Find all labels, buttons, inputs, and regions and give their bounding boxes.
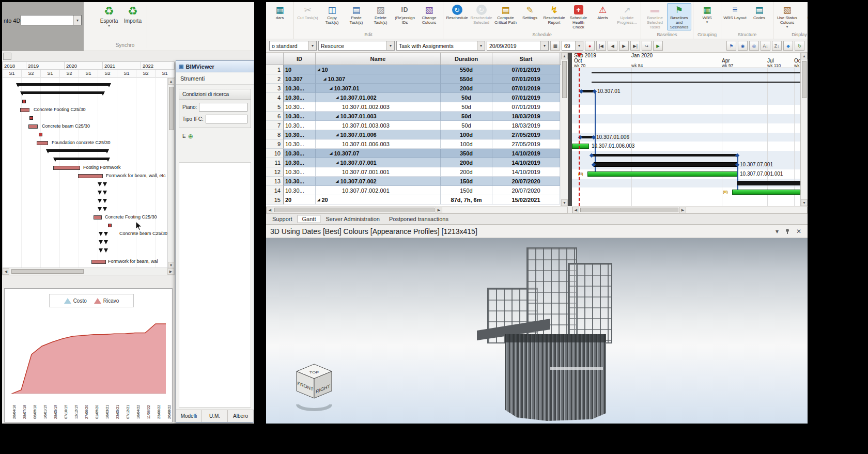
expand-icon[interactable]: ◢: [336, 161, 338, 165]
expand-icon[interactable]: ◢: [336, 96, 338, 100]
expand-icon[interactable]: ◢: [323, 77, 326, 81]
ribbon-button-wbs[interactable]: WBS▾: [695, 3, 719, 25]
task-row-15[interactable]: 1520◢2087d, 7h, 6m15/02/2021: [266, 195, 561, 205]
close-icon[interactable]: ✕: [796, 228, 801, 235]
timeline-body[interactable]: 10.307.0110.307.01.00610.307.01.006.0031…: [572, 68, 800, 206]
gantt-bar-black[interactable]: [737, 181, 800, 185]
expand-icon[interactable]: ◢: [330, 86, 332, 90]
milestone-pair[interactable]: [99, 248, 108, 253]
gantt-task-bar[interactable]: [78, 174, 103, 178]
transport-step-first[interactable]: |◀: [596, 41, 606, 51]
task-row-5[interactable]: 510.30...10.307.01.002.00350d07/01/2019: [266, 102, 561, 112]
scrollbar-thumb[interactable]: [169, 87, 174, 130]
toolbar-refresh[interactable]: ↻: [795, 41, 804, 51]
ribbon-button-cut-task-s[interactable]: Cut Task(s): [296, 3, 320, 21]
gantt-task-bar[interactable]: [20, 108, 29, 112]
transport-step-back[interactable]: ◀: [608, 41, 617, 51]
scrollbar-thumb[interactable]: [580, 208, 678, 212]
toolbar-flag[interactable]: ⚑: [726, 41, 736, 51]
gantt-bar-green[interactable]: [732, 190, 800, 195]
chevron-down-icon[interactable]: ▾: [776, 228, 779, 235]
gantt-task-bar[interactable]: [37, 141, 48, 145]
scroll-up-icon[interactable]: ▲: [801, 53, 808, 59]
task-row-1[interactable]: 110◢10550d07/01/2019: [266, 65, 561, 74]
loop-count-spinner[interactable]: 69▾: [562, 41, 583, 51]
tab-support[interactable]: Support: [268, 215, 297, 223]
task-row-13[interactable]: 1310.30...◢10.307.07.002150d20/07/2020: [266, 177, 561, 186]
task-row-8[interactable]: 810.30...◢10.307.01.006100d27/05/2019: [266, 130, 561, 139]
milestone-pair[interactable]: [98, 207, 107, 211]
gantt-vertical-scrollbar[interactable]: ▲ ▼: [167, 78, 174, 269]
ribbon-button-settings[interactable]: Settings: [518, 3, 542, 21]
spinner-arrows-icon[interactable]: ▾: [575, 41, 583, 50]
milestone-pair[interactable]: [99, 232, 108, 236]
tree-root[interactable]: E ⊕: [176, 128, 254, 139]
status-date-picker[interactable]: 20/09/2019▾: [487, 41, 549, 51]
toolbar-highlight[interactable]: ◆: [783, 41, 793, 51]
column-header-name[interactable]: Name: [316, 53, 441, 65]
gantt-horizontal-scrollbar[interactable]: ◀ ▶: [3, 268, 174, 275]
ribbon-button-delete-task-s[interactable]: Delete Task(s): [368, 3, 393, 25]
expand-icon[interactable]: ◢: [317, 68, 320, 72]
expand-icon[interactable]: ◢: [336, 179, 338, 183]
task-row-2[interactable]: 210.307◢10.307550d07/01/2019: [266, 74, 561, 84]
ribbon-button-alerts[interactable]: Alerts: [591, 3, 615, 21]
scroll-left-icon[interactable]: ◀: [267, 207, 273, 213]
gantt-summary-bar[interactable]: [54, 158, 109, 160]
bim-tab-albero[interactable]: Albero: [228, 410, 254, 422]
tab-postponed-transactions[interactable]: Postponed transactions: [385, 215, 453, 223]
expand-icon[interactable]: ◢: [317, 198, 320, 202]
expand-icon[interactable]: ◢: [330, 151, 332, 155]
gantt-bar-black[interactable]: [594, 162, 737, 167]
column-header-start[interactable]: Start: [492, 53, 560, 65]
ribbon-button-use-status-colours[interactable]: Use Status Colours▾: [775, 3, 799, 29]
transport-step-forward[interactable]: ▶|: [630, 41, 640, 51]
task-row-12[interactable]: 1210.30...10.307.07.001.001200d14/10/201…: [266, 167, 561, 177]
milestone-pair[interactable]: [98, 191, 107, 195]
scroll-down-icon[interactable]: ▼: [801, 199, 808, 206]
milestone-pair[interactable]: [98, 182, 107, 186]
column-header-duration[interactable]: Duration: [441, 53, 492, 65]
transport-play[interactable]: ▶: [619, 41, 629, 51]
table-horizontal-scrollbar[interactable]: ◀ ▶: [266, 207, 568, 213]
bim-tab-u-m[interactable]: U.M.: [202, 410, 228, 422]
tipo-ifc-input[interactable]: [206, 115, 247, 123]
scroll-up-icon[interactable]: ▲: [168, 78, 175, 85]
bimviewer-titlebar[interactable]: ▣ BIMViewer: [176, 61, 254, 72]
gantt-task-bar[interactable]: [94, 215, 102, 220]
strumenti-menu[interactable]: Strumenti: [176, 72, 254, 85]
esporta-button[interactable]: ♻ Esporta ▾: [97, 5, 121, 41]
ribbon-button-baseline-selected-tasks[interactable]: Baseline Selected Tasks: [643, 3, 667, 30]
transport-jump[interactable]: ↪: [642, 41, 652, 51]
scroll-right-icon[interactable]: ▶: [436, 207, 442, 213]
ribbon-button-re-assign-ids[interactable]: (Re)assign IDs: [393, 3, 417, 25]
ribbon-button-compute-critical-path[interactable]: Compute Critical Path: [493, 3, 518, 25]
gantt-bar-line[interactable]: [592, 72, 800, 73]
timeline-horizontal-scrollbar[interactable]: ◀ ▶: [572, 207, 808, 213]
column-header-id[interactable]: ID: [284, 53, 316, 65]
ribbon-button-baselines-and-scenarios[interactable]: Baselines and Scenarios: [667, 3, 691, 30]
gantt-bar-summary[interactable]: [592, 154, 737, 156]
toolbar-globe[interactable]: ◎: [749, 41, 759, 51]
gantt-summary-bar[interactable]: [47, 149, 108, 152]
scrollbar-thumb[interactable]: [562, 61, 567, 98]
gantt-task-bar[interactable]: [91, 260, 106, 264]
scroll-left-icon[interactable]: ◀: [572, 207, 579, 213]
milestone-marker[interactable]: [29, 116, 33, 120]
toolbar-sort-desc[interactable]: Z↓: [772, 41, 782, 51]
gantt-summary-bar[interactable]: [17, 83, 110, 86]
expand-icon[interactable]: ◢: [336, 133, 338, 137]
chevron-down-icon[interactable]: ▾: [477, 41, 485, 50]
task-row-14[interactable]: 1410.30...10.307.07.002.001150d20/07/202…: [266, 186, 561, 195]
ribbon-button-schedule-health-check[interactable]: Schedule Health Check: [566, 3, 591, 30]
task-row-6[interactable]: 610.30...◢10.307.01.00350d18/03/2019: [266, 112, 561, 121]
toolbar-combo-o-standard[interactable]: o standard▾: [269, 41, 317, 51]
navigation-cube[interactable]: TOP FRONT RIGHT: [290, 361, 338, 413]
task-row-7[interactable]: 710.30...10.307.01.003.00350d18/03/2019: [266, 121, 561, 130]
milestone-pair[interactable]: [98, 199, 107, 203]
toolbar-combo-task-with-assignments[interactable]: Task with Assignments▾: [396, 41, 485, 51]
ribbon-button-wbs-layout[interactable]: WBS Layout: [723, 3, 747, 21]
navigation-ring[interactable]: [298, 404, 331, 410]
scroll-up-icon[interactable]: ▲: [561, 53, 568, 59]
timeline-vertical-scrollbar[interactable]: ▲ ▼: [800, 53, 808, 206]
